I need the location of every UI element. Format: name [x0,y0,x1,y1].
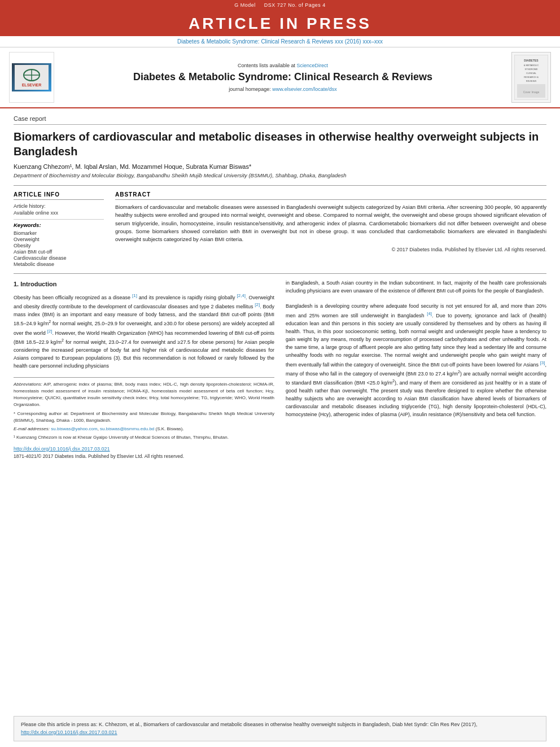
ref-24[interactable]: [2,4] [237,293,246,298]
history-label: Article history: [14,203,104,209]
case-report-label: Case report [14,115,546,125]
journal-title-area: Contents lists available at ScienceDirec… [61,52,505,103]
journal-name: Diabetes & Metabolic Syndrome: Clinical … [61,71,505,84]
svg-text:ELSEVIER: ELSEVIER [22,83,42,87]
issn-line: 1871-4021/© 2017 Diabetes India. Publish… [14,453,184,459]
body-two-col: 1. Introduction Obesity has been officia… [14,273,546,461]
abstract-heading: ABSTRACT [115,191,546,200]
journal-link-bar: Diabetes & Metabolic Syndrome: Clinical … [0,36,560,47]
ref-2a[interactable]: [2] [255,302,260,307]
article-info-heading: ARTICLE INFO [14,191,104,200]
footnote-area: Abbreviations: AIP, atherogenic index of… [14,377,274,441]
intro-title: 1. Introduction [14,279,274,289]
email-2[interactable]: su.biswas@bsmmu.edu.bd [100,426,154,431]
svg-text:SYNDROME: SYNDROME [524,68,537,71]
svg-text:Cover Image: Cover Image [523,90,540,94]
contents-line: Contents lists available at ScienceDirec… [61,63,505,68]
authors: Kuenzang Chhezom¹, M. Iqbal Arslan, Md. … [14,163,546,170]
keyword-1: Biomarker [14,230,104,236]
article-info-abstract-section: ARTICLE INFO Article history: Available … [14,185,546,268]
keyword-2: Overweight [14,237,104,242]
keyword-4: Asian BMI cut-off [14,249,104,255]
dsx-info: DSX 727 No. of Pages 4 [264,2,326,8]
intro-paragraph1: Obesity has been officially recognized a… [14,292,274,370]
right-paragraph2: Bangladesh is a developing country where… [286,303,546,418]
doi-area: http://dx.doi.org/10.1016/j.dsx.2017.03.… [14,445,274,461]
doi-link[interactable]: http://dx.doi.org/10.1016/j.dsx.2017.03.… [14,446,110,452]
elsevier-logo: ELSEVIER [9,52,54,103]
svg-text:& METABOLIC: & METABOLIC [524,64,539,67]
corresponding-author: * Corresponding author at: Department of… [14,410,274,424]
abstract-text: Biomarkers of cardiovascular and metabol… [115,203,546,243]
keyword-5: Cardiovascular disease [14,255,104,261]
copyright-line: © 2017 Diabetes India. Published by Else… [115,247,546,252]
top-bar: G Model DSX 727 No. of Pages 4 [0,0,560,10]
journal-header: ELSEVIER Contents lists available at Sci… [0,47,560,108]
citation-doi[interactable]: http://dx.doi.org/10.1016/j.dsx.2017.03.… [21,729,117,735]
email-note: (S.K. Biswas). [156,426,184,431]
ref-2b[interactable]: [2] [47,329,53,334]
keyword-6: Metabolic disease [14,261,104,267]
right-paragraph1: in Bangladesh, a South Asian country in … [286,279,546,295]
history-value: Available online xxx [14,210,104,216]
svg-text:CLINICAL: CLINICAL [526,72,537,75]
sciencedirect-link[interactable]: ScienceDirect [297,63,329,68]
ref-4a[interactable]: [4] [427,311,432,316]
g-model-label: G Model [234,2,256,8]
journal-thumbnail: DIABETES & METABOLIC SYNDROME CLINICAL R… [511,52,551,103]
ref-1[interactable]: [1] [132,293,137,298]
email-line: E-mail addresses: su.biswas@yahoo.com, s… [14,426,274,433]
keyword-3: Obesity [14,243,104,248]
journal-link-text: Diabetes & Metabolic Syndrome: Clinical … [177,38,383,45]
abbreviations-text: Abbreviations: AIP, atherogenic index of… [14,381,274,408]
article-content: Case report Biomarkers of cardiovascular… [0,108,560,710]
footnote-1: ¹ Kuenzang Chhezom is now at Khesar Gyal… [14,434,274,441]
svg-text:DIABETES: DIABETES [524,59,539,62]
svg-text:RESEARCH &: RESEARCH & [524,76,539,78]
citation-box: Please cite this article in press as: K.… [14,716,546,741]
article-info-col: ARTICLE INFO Article history: Available … [14,191,104,268]
homepage-url[interactable]: www.elsevier.com/locate/dsx [272,86,337,92]
keywords-label: Keywords: [14,222,104,228]
banner-text: ARTICLE IN PRESS [189,15,371,32]
affiliation: Department of Biochemistry and Molecular… [14,172,546,178]
citation-text: Please cite this article in press as: K.… [21,722,477,727]
authors-text: Kuenzang Chhezom¹, M. Iqbal Arslan, Md. … [14,163,251,170]
body-right-col: in Bangladesh, a South Asian country in … [286,279,546,461]
abstract-col: ABSTRACT Biomarkers of cardiovascular an… [115,191,546,268]
article-in-press-banner: ARTICLE IN PRESS [0,10,560,36]
ref-3a[interactable]: [3] [540,360,545,365]
logo-image: ELSEVIER [12,63,51,91]
model-info: G Model DSX 727 No. of Pages 4 [0,2,560,8]
svg-text:REVIEWS: REVIEWS [526,80,537,82]
email-1[interactable]: su.biswas@yahoo.com [51,426,97,431]
journal-homepage: journal homepage: www.elsevier.com/locat… [61,86,505,92]
article-title: Biomarkers of cardiovascular and metabol… [14,129,546,159]
body-left-col: 1. Introduction Obesity has been officia… [14,279,274,461]
